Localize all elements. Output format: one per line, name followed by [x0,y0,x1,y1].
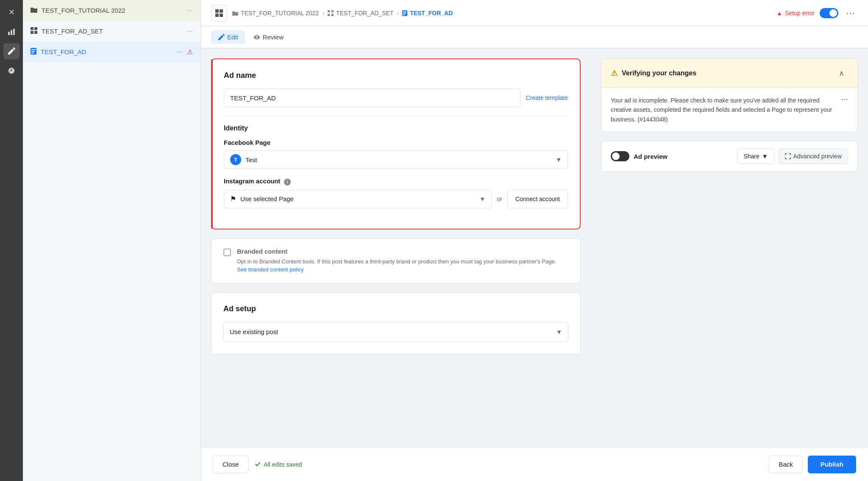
branded-content-link[interactable]: See branded content policy [237,266,304,273]
verify-body: Your ad is incomplete. Please check to m… [601,88,857,132]
publish-button[interactable]: Publish [808,456,856,473]
verify-warning-icon: ⚠ [611,69,618,78]
svg-rect-0 [8,32,10,35]
ad-setup-dropdown[interactable]: Use existing post ▼ [223,322,568,342]
bottom-bar: Close All edits saved Back Publish [201,447,868,481]
ad-name-row: Create template [224,88,568,107]
svg-rect-20 [403,11,407,12]
ad-label: TEST_FOR_AD [41,48,172,55]
share-chevron-icon: ▼ [762,153,768,160]
layout-toggle-button[interactable] [211,5,227,21]
sidebar-item-ad[interactable]: TEST_FOR_AD ··· ⚠ [23,41,200,62]
identity-card: Ad name Create template Identity Faceboo… [211,58,581,229]
ad-name-input[interactable] [224,88,520,107]
breadcrumb-ad[interactable]: TEST_FOR_AD [402,10,453,17]
back-button[interactable]: Back [769,456,802,473]
close-sidebar-button[interactable]: ✕ [3,4,19,20]
share-button[interactable]: Share ▼ [737,149,774,164]
breadcrumb-campaign[interactable]: TEST_FOR_TUTORIAL 2022 [232,10,319,17]
breadcrumb-sep-1: › [322,10,324,17]
top-bar-more-button[interactable]: ··· [843,6,858,20]
adset-label: TEST_FOR_AD_SET [42,28,182,35]
warning-triangle-icon: ▲ [776,10,782,17]
instagram-chevron-icon: ▼ [480,196,486,202]
verify-collapse-button[interactable]: ∧ [835,66,848,80]
instagram-row: ⚑ Use selected Page ▼ or Connect account [224,190,568,208]
verify-header: ⚠ Verifying your changes ∧ [601,59,857,88]
connect-account-button[interactable]: Connect account [507,190,568,208]
info-icon[interactable]: i [284,179,291,185]
create-template-link[interactable]: Create template [526,94,568,101]
svg-rect-1 [11,30,12,35]
breadcrumb-adset[interactable]: TEST_FOR_AD_SET [328,10,393,17]
chevron-down-icon: ▼ [556,156,562,163]
close-button[interactable]: Close [213,456,248,473]
bottom-left: Close All edits saved [213,456,302,473]
branded-content-card: Branded content Opt in to Branded Conten… [211,238,581,284]
svg-rect-13 [215,14,219,17]
branded-content-title: Branded content [237,248,556,255]
svg-rect-22 [403,14,405,15]
flag-icon: ⚑ [230,195,236,203]
edit-button[interactable] [3,43,19,59]
page-avatar: T [230,154,241,165]
divider-1 [224,116,568,116]
adset-more-icon[interactable]: ··· [186,27,193,36]
preview-label: Ad preview [634,153,668,160]
edit-tab[interactable]: Edit [211,30,245,44]
preview-toggle-row: Ad preview [611,151,668,161]
verify-card: ⚠ Verifying your changes ∧ Your ad is in… [601,58,858,132]
clock-button[interactable] [3,63,19,79]
instagram-account-group: Instagram account i ⚑ Use selected Page … [224,177,568,208]
ad-warning-icon: ⚠ [187,48,193,56]
nav-sidebar: TEST_FOR_TUTORIAL 2022 ··· TEST_FOR_AD_S… [23,0,201,481]
svg-rect-3 [31,27,33,30]
svg-rect-15 [328,10,330,12]
sidebar-item-adset[interactable]: TEST_FOR_AD_SET ··· [23,21,200,41]
svg-rect-16 [331,10,334,12]
preview-header: Ad preview Share ▼ Advanced preview [611,149,848,164]
facebook-page-select-inner: T Test [230,154,257,165]
chart-button[interactable] [3,24,19,40]
instagram-label: Instagram account i [224,177,568,185]
sidebar-item-campaign[interactable]: TEST_FOR_TUTORIAL 2022 ··· [23,0,200,21]
facebook-page-label: Facebook Page [224,139,568,146]
top-bar-actions: ▲ Setup error ··· [776,6,858,20]
branded-content-text: Branded content Opt in to Branded Conten… [237,248,556,274]
instagram-select-dropdown[interactable]: ⚑ Use selected Page ▼ [224,190,492,208]
campaign-label: TEST_FOR_TUTORIAL 2022 [42,7,182,14]
facebook-page-dropdown[interactable]: T Test ▼ [224,150,568,169]
content-area: Ad name Create template Identity Faceboo… [201,48,868,447]
verify-title: ⚠ Verifying your changes [611,69,696,78]
ad-icon [31,48,36,56]
campaign-toggle[interactable] [820,8,838,18]
verify-more-button[interactable]: ··· [841,94,848,104]
checkbox-wrap [223,249,231,256]
preview-toggle[interactable] [611,151,629,161]
svg-rect-10 [31,53,34,53]
svg-rect-9 [31,51,35,52]
svg-rect-11 [215,9,219,13]
saved-status: All edits saved [254,461,302,468]
svg-rect-4 [34,27,37,30]
review-tab[interactable]: Review [247,30,290,44]
branded-content-description: Opt in to Branded Content tools. If this… [237,257,556,274]
setup-error-badge: ▲ Setup error [776,10,815,17]
main-content: TEST_FOR_TUTORIAL 2022 › TEST_FOR_AD_SET… [201,0,868,481]
identity-section: Identity Facebook Page T Test [224,124,568,208]
ad-more-icon[interactable]: ··· [176,47,183,56]
ad-name-section: Ad name Create template [224,71,568,107]
folder-icon [31,7,37,14]
instagram-select-inner: ⚑ Use selected Page [230,195,294,203]
advanced-preview-button[interactable]: Advanced preview [779,149,848,164]
breadcrumb-sep-2: › [397,10,399,17]
branded-content-checkbox[interactable] [223,249,231,256]
svg-rect-5 [31,31,33,34]
facebook-page-group: Facebook Page T Test ▼ [224,139,568,169]
svg-rect-17 [328,14,330,16]
right-panel: ⚠ Verifying your changes ∧ Your ad is in… [591,48,868,447]
ad-setup-card: Ad setup Use existing post ▼ [211,292,581,354]
campaign-more-icon[interactable]: ··· [186,6,193,15]
ad-setup-title: Ad setup [223,304,568,313]
edit-review-bar: Edit Review [201,26,868,48]
